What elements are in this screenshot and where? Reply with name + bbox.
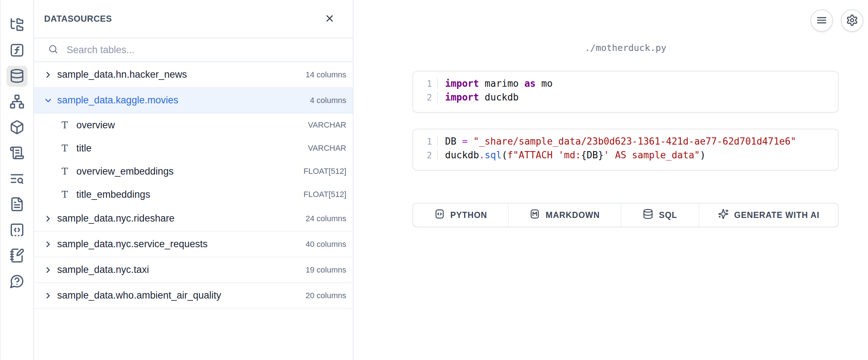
code-line: 2import duckdb xyxy=(413,92,838,106)
sidebar-item-scratchpad[interactable] xyxy=(7,245,27,266)
chevron-right-icon xyxy=(43,244,53,250)
sidebar-item-file-explorer[interactable] xyxy=(7,14,27,35)
table-row[interactable]: sample_data.nyc.taxi19 columns xyxy=(34,257,353,283)
line-number: 2 xyxy=(413,93,432,103)
sidebar-item-tracebacks[interactable] xyxy=(7,168,27,189)
table-column-count: 24 columns xyxy=(305,214,346,223)
notebook-pen-icon xyxy=(9,248,25,264)
notebook-area: ./motherduck.py 1import marimo as mo2imp… xyxy=(353,0,868,360)
table-name: sample_data.hn.hacker_news xyxy=(57,69,187,80)
search-tables-input[interactable] xyxy=(67,44,346,56)
column-row[interactable]: Toverview_embeddingsFLOAT[512] xyxy=(34,160,353,183)
add-button-label: GENERATE WITH AI xyxy=(734,210,820,220)
sidebar-item-documentation[interactable] xyxy=(7,194,27,215)
database-icon xyxy=(9,68,25,85)
code-text: duckdb.sql(f"ATTACH 'md:{DB}' AS sample_… xyxy=(437,150,838,160)
datasources-panel: DATASOURCES sample_data.hn.hacker_news14… xyxy=(33,0,353,360)
code-cell[interactable]: 1import marimo as mo2import duckdb xyxy=(412,71,839,113)
box-icon xyxy=(9,120,25,136)
search-icon xyxy=(48,44,59,56)
close-icon xyxy=(324,13,335,25)
line-number: 2 xyxy=(413,150,432,160)
activity-rail xyxy=(0,0,33,360)
database-icon xyxy=(643,209,653,222)
chat-help-icon xyxy=(9,274,25,290)
sidebar-item-snippets[interactable] xyxy=(7,220,27,241)
text-type-icon: T xyxy=(60,166,69,177)
column-type: VARCHAR xyxy=(308,120,346,130)
code-line: 1DB = "_share/sample_data/23b0d623-1361-… xyxy=(413,136,838,150)
folder-tree-icon xyxy=(9,17,25,33)
table-column-count: 20 columns xyxy=(305,291,346,300)
list-search-icon xyxy=(9,171,25,187)
column-type: VARCHAR xyxy=(308,143,346,153)
table-column-count: 14 columns xyxy=(305,70,346,80)
network-icon xyxy=(9,94,25,110)
chevron-right-icon xyxy=(43,218,53,224)
table-name: sample_data.kaggle.movies xyxy=(57,95,178,106)
text-type-icon: T xyxy=(60,120,69,130)
column-name: overview xyxy=(76,120,115,131)
sidebar-item-dependencies[interactable] xyxy=(7,91,27,112)
table-row[interactable]: sample_data.nyc.rideshare24 columns xyxy=(34,206,353,232)
file-text-icon xyxy=(9,197,25,213)
table-row[interactable]: sample_data.kaggle.movies4 columns xyxy=(34,88,353,113)
column-row[interactable]: ToverviewVARCHAR xyxy=(34,113,353,137)
add-button-label: MARKDOWN xyxy=(546,210,600,220)
code-snippet-icon xyxy=(9,222,25,239)
close-panel-button[interactable] xyxy=(322,12,337,26)
text-type-icon: T xyxy=(60,189,69,200)
search-bar xyxy=(34,38,353,62)
line-number: 1 xyxy=(413,79,432,89)
table-column-count: 40 columns xyxy=(305,240,346,249)
sidebar-item-logs[interactable] xyxy=(7,143,27,164)
settings-button[interactable] xyxy=(841,9,863,32)
table-column-count: 19 columns xyxy=(305,265,346,275)
table-row[interactable]: sample_data.hn.hacker_news14 columns xyxy=(34,62,353,88)
add-sql-button[interactable]: SQL xyxy=(621,203,699,227)
column-row[interactable]: Ttitle_embeddingsFLOAT[512] xyxy=(34,183,353,206)
sidebar-item-variables[interactable] xyxy=(7,40,27,61)
panel-title: DATASOURCES xyxy=(44,14,112,24)
chevron-down-icon xyxy=(43,100,53,106)
chevron-right-icon xyxy=(43,270,53,276)
table-column-count: 4 columns xyxy=(310,96,346,105)
table-row[interactable]: sample_data.who.ambient_air_quality20 co… xyxy=(34,283,353,309)
column-name: title_embeddings xyxy=(76,189,150,200)
table-name: sample_data.nyc.taxi xyxy=(57,264,149,275)
table-name: sample_data.nyc.service_requests xyxy=(57,239,208,250)
table-name: sample_data.who.ambient_air_quality xyxy=(57,290,221,301)
column-name: overview_embeddings xyxy=(76,166,174,177)
code-cell[interactable]: 1DB = "_share/sample_data/23b0d623-1361-… xyxy=(412,129,839,171)
table-name: sample_data.nyc.rideshare xyxy=(57,213,174,224)
gear-icon xyxy=(846,14,858,27)
code-line: 2duckdb.sql(f"ATTACH 'md:{DB}' AS sample… xyxy=(413,150,838,163)
app-window: DATASOURCES sample_data.hn.hacker_news14… xyxy=(0,0,868,360)
line-number: 1 xyxy=(413,137,432,147)
tables-list: sample_data.hn.hacker_news14 columnssamp… xyxy=(34,62,353,360)
sidebar-item-datasources[interactable] xyxy=(7,66,27,87)
sidebar-item-help[interactable] xyxy=(7,271,27,292)
code-square-icon xyxy=(434,209,445,222)
function-square-icon xyxy=(9,43,25,59)
add-cell-bar: PYTHONMARKDOWNSQLGENERATE WITH AI xyxy=(412,203,839,227)
code-text: import duckdb xyxy=(437,92,838,103)
cells-container: 1import marimo as mo2import duckdb1DB = … xyxy=(412,71,839,171)
panel-header: DATASOURCES xyxy=(34,0,353,38)
add-markdown-button[interactable]: MARKDOWN xyxy=(509,203,621,227)
column-name: title xyxy=(76,143,92,154)
sparkles-icon xyxy=(718,209,729,222)
chevron-right-icon xyxy=(43,74,53,81)
column-row[interactable]: TtitleVARCHAR xyxy=(34,137,353,160)
column-type: FLOAT[512] xyxy=(304,167,346,176)
add-button-label: SQL xyxy=(659,210,677,220)
add-python-button[interactable]: PYTHON xyxy=(413,203,509,227)
table-row[interactable]: sample_data.nyc.service_requests40 colum… xyxy=(34,232,353,257)
add-generate-with-ai-button[interactable]: GENERATE WITH AI xyxy=(699,203,838,227)
column-type: FLOAT[512] xyxy=(304,190,346,199)
notebook-content: ./motherduck.py 1import marimo as mo2imp… xyxy=(412,0,839,227)
code-text: import marimo as mo xyxy=(437,78,838,89)
text-type-icon: T xyxy=(60,143,69,154)
chevron-right-icon xyxy=(43,295,53,301)
sidebar-item-packages[interactable] xyxy=(7,117,27,138)
